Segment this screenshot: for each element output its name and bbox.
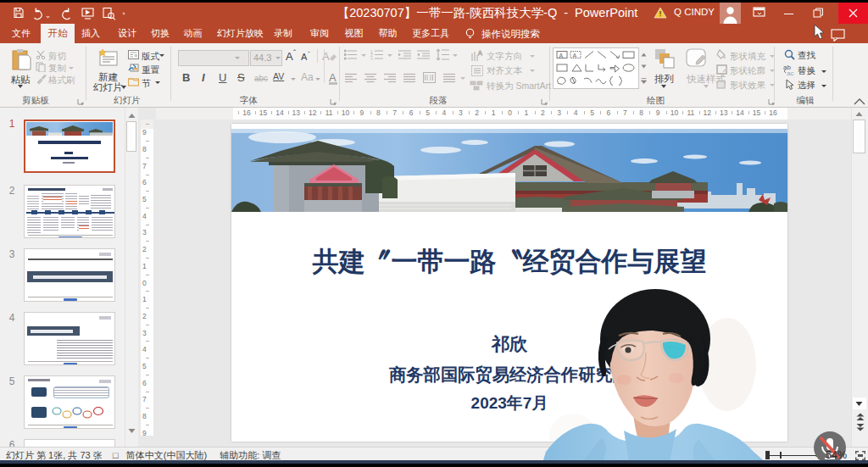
svg-text:A: A [478,50,482,56]
svg-text:A: A [573,53,577,58]
svg-text:3: 3 [370,57,373,61]
svg-text:ac: ac [787,69,793,75]
svg-text:A: A [559,53,564,58]
